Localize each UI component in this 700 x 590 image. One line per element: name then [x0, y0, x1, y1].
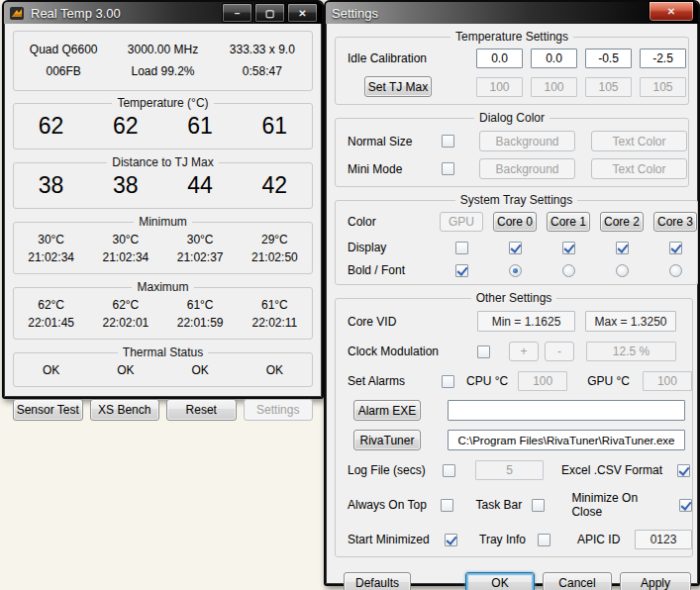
- font-core0-radio[interactable]: [509, 264, 522, 277]
- core3-temp: 61: [238, 110, 312, 142]
- thermal-status-group: Thermal Status OK OK OK OK: [13, 345, 313, 387]
- reset-button[interactable]: Reset: [166, 399, 237, 421]
- maximum-group-title: Maximum: [132, 280, 193, 294]
- other-settings-title: Other Settings: [471, 291, 557, 305]
- tj-max-core2-field: 105: [585, 77, 632, 97]
- normal-text-color-button: Text Color: [591, 131, 687, 151]
- cpuid: 006FB: [14, 60, 113, 82]
- max-time: 22:02:11: [238, 314, 312, 332]
- temperature-settings-group: Temperature Settings Idle Calibration 0.…: [335, 30, 689, 105]
- min-temp: 30°C: [163, 231, 238, 248]
- realtemp-window-title: Real Temp 3.00: [31, 6, 220, 21]
- system-tray-title: System Tray Settings: [455, 193, 577, 207]
- normal-background-button: Background: [479, 131, 575, 151]
- core2-color-button[interactable]: Core 2: [600, 212, 644, 232]
- alarm-exe-button[interactable]: Alarm EXE: [353, 400, 421, 421]
- mini-background-button: Background: [479, 158, 575, 179]
- mini-mode-label: Mini Mode: [348, 162, 439, 176]
- core3-color-button[interactable]: Core 3: [653, 212, 697, 232]
- core1-color-button[interactable]: Core 1: [547, 212, 590, 232]
- idle-calibration-core2-input[interactable]: -0.5: [585, 49, 632, 68]
- normal-size-checkbox[interactable]: [442, 135, 454, 148]
- always-on-top-label: Always On Top: [348, 498, 429, 512]
- display-core3-checkbox[interactable]: [669, 242, 682, 254]
- min-temp: 30°C: [88, 231, 162, 248]
- gpu-alarm-label: GPU °C: [587, 374, 630, 388]
- minimize-button[interactable]: –: [222, 3, 252, 23]
- realtemp-window: Real Temp 3.00 – ▢ ✕ Quad Q6600 3000.00 …: [2, 0, 324, 399]
- close-icon[interactable]: ✕: [649, 1, 694, 22]
- sensor-test-button[interactable]: Sensor Test: [13, 399, 83, 421]
- vid-max-field: Max = 1.3250: [585, 311, 676, 332]
- tray-info-label: Tray Info: [479, 533, 529, 546]
- core1-distance: 38: [88, 169, 162, 201]
- cpu-name: Quad Q6600: [14, 39, 113, 60]
- always-on-top-checkbox[interactable]: [441, 499, 453, 512]
- core0-distance: 38: [14, 169, 88, 201]
- thermal-status: OK: [238, 361, 312, 379]
- apply-button[interactable]: Apply: [620, 572, 691, 590]
- set-alarms-label: Set Alarms: [348, 374, 433, 388]
- rivatuner-button[interactable]: RivaTuner: [353, 430, 421, 450]
- set-alarms-checkbox[interactable]: [442, 375, 454, 388]
- min-time: 21:02:50: [238, 248, 312, 266]
- task-bar-checkbox[interactable]: [532, 499, 545, 512]
- core3-distance: 42: [238, 169, 312, 201]
- bold-font-checkbox[interactable]: [455, 264, 468, 277]
- set-tj-max-button[interactable]: Set TJ Max: [364, 76, 432, 97]
- tj-max-core3-field: 105: [640, 77, 686, 97]
- log-file-label: Log File (secs): [348, 463, 435, 477]
- log-file-checkbox[interactable]: [443, 464, 455, 477]
- max-temp: 62°C: [88, 296, 162, 314]
- minimum-group: Minimum 30°C 30°C 30°C 29°C 21:02:34 21:…: [13, 215, 313, 274]
- start-minimized-label: Start Minimized: [348, 533, 433, 546]
- vid-min-field: Min = 1.1625: [477, 311, 575, 332]
- dialog-color-group: Dialog Color Normal Size Background Text…: [335, 111, 689, 187]
- display-core0-checkbox[interactable]: [509, 242, 522, 254]
- core-vid-label: Core VID: [348, 315, 447, 329]
- settings-window-title: Settings: [332, 6, 647, 21]
- start-minimized-checkbox[interactable]: [445, 534, 457, 546]
- max-temp: 61°C: [238, 296, 312, 314]
- idle-calibration-core3-input[interactable]: -2.5: [640, 49, 686, 68]
- tj-max-core1-field: 100: [531, 77, 577, 97]
- distance-group: Distance to TJ Max 38 38 44 42: [13, 155, 313, 209]
- close-button[interactable]: ✕: [287, 3, 318, 23]
- alarm-exe-path-input[interactable]: [448, 400, 685, 421]
- display-gpu-checkbox[interactable]: [455, 242, 468, 254]
- minimum-group-title: Minimum: [134, 215, 192, 229]
- ok-button[interactable]: OK: [465, 572, 535, 590]
- font-core3-radio[interactable]: [669, 264, 682, 277]
- xs-bench-button[interactable]: XS Bench: [90, 399, 160, 421]
- modulation-value-field: 12.5 %: [586, 342, 676, 361]
- system-tray-group: System Tray Settings Color GPU Core 0 Co…: [335, 193, 698, 285]
- display-core1-checkbox[interactable]: [562, 242, 575, 254]
- csv-format-checkbox[interactable]: [677, 464, 690, 477]
- idle-calibration-core1-input[interactable]: 0.0: [531, 49, 577, 68]
- core0-color-button[interactable]: Core 0: [493, 212, 537, 232]
- font-core1-radio[interactable]: [562, 264, 575, 277]
- min-time: 21:02:34: [14, 248, 88, 266]
- maximum-group: Maximum 62°C 62°C 61°C 61°C 22:01:45 22:…: [13, 280, 313, 340]
- realtemp-titlebar[interactable]: Real Temp 3.00 – ▢ ✕: [4, 2, 322, 24]
- minimize-on-close-checkbox[interactable]: [679, 499, 692, 512]
- maximize-button[interactable]: ▢: [254, 3, 285, 23]
- font-core2-radio[interactable]: [616, 264, 629, 277]
- settings-window: Settings ✕ Temperature Settings Idle Cal…: [324, 0, 700, 586]
- temperature-group-title: Temperature (°C): [112, 96, 213, 110]
- max-temp: 62°C: [14, 296, 88, 314]
- tray-info-checkbox[interactable]: [538, 534, 550, 546]
- defaults-button[interactable]: Defaults: [344, 572, 411, 590]
- normal-size-label: Normal Size: [348, 135, 439, 148]
- clock-modulation-checkbox[interactable]: [477, 345, 490, 358]
- mini-mode-checkbox[interactable]: [442, 162, 454, 175]
- settings-titlebar[interactable]: Settings ✕: [326, 2, 698, 24]
- rivatuner-path-input[interactable]: C:\Program Files\RivaTuner\RivaTuner.exe: [448, 430, 685, 450]
- cpu-load: Load 99.2%: [113, 60, 212, 82]
- csv-format-label: Excel .CSV Format: [561, 463, 662, 477]
- settings-button: Settings: [244, 399, 314, 421]
- display-core2-checkbox[interactable]: [616, 242, 629, 254]
- core2-distance: 44: [163, 169, 238, 201]
- cancel-button[interactable]: Cancel: [543, 572, 612, 590]
- idle-calibration-core0-input[interactable]: 0.0: [476, 49, 523, 68]
